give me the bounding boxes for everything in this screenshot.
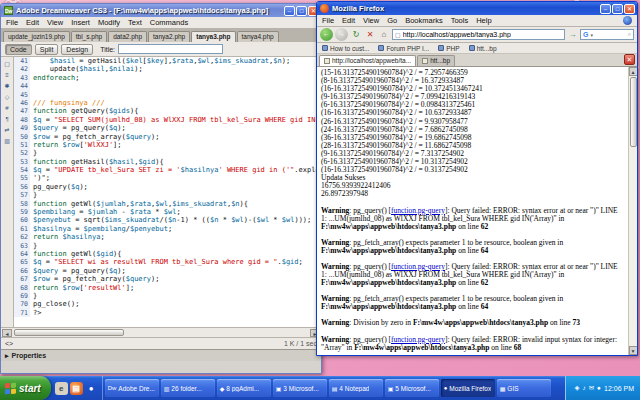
scroll-left-arrow-icon[interactable]: ◄ — [2, 329, 12, 337]
go-button[interactable]: → — [567, 30, 578, 39]
stop-button[interactable]: ✕ — [364, 29, 376, 41]
url-text[interactable]: http://localhost/appweb/tanya3.php — [403, 31, 511, 38]
back-button[interactable]: ← — [320, 28, 333, 41]
dreamweaver-menu-item[interactable]: Text — [128, 18, 142, 27]
bookmark-item[interactable]: htt...bp — [469, 45, 497, 52]
browser-tab[interactable]: http://localhost/appweb/ta... — [319, 55, 416, 66]
coding-toolbar-icon[interactable]: ≡ — [2, 71, 12, 79]
coding-toolbar-icon[interactable]: ¶ — [2, 115, 12, 123]
document-tab[interactable]: tbl_s.php — [71, 31, 107, 42]
search-engine-dropdown-icon[interactable]: ▾ — [590, 32, 593, 38]
scroll-up-arrow-icon[interactable]: ▲ — [629, 67, 638, 76]
close-tab-button[interactable]: ✕ — [624, 54, 635, 65]
clock[interactable]: 12:06 PM — [604, 385, 634, 392]
taskbar-button[interactable]: ▦ GIS — [497, 379, 551, 397]
firefox-menu-item[interactable]: Help — [476, 16, 491, 25]
code-line: 68return $row['resultWl']; — [14, 284, 321, 292]
split-view-button[interactable]: Split — [35, 44, 59, 55]
dreamweaver-menu-item[interactable]: Modify — [98, 18, 120, 27]
code-line: 42 update($hasil,$nilai); — [14, 65, 321, 73]
tab-label: htt...bp — [430, 57, 450, 64]
browser-tab[interactable]: htt...bp — [417, 55, 455, 66]
scrollbar-thumb[interactable] — [14, 329, 124, 336]
code-lines[interactable]: 41 $hasil = getHasil($kel[$key],$rata,$w… — [14, 57, 321, 327]
search-engine-icon[interactable]: G — [583, 31, 588, 38]
vertical-scrollbar[interactable]: ▲ ▼ — [628, 67, 637, 355]
dreamweaver-menu-item[interactable]: Commands — [150, 18, 188, 27]
code-horizontal-scrollbar[interactable]: ◄ ► — [1, 327, 321, 337]
minimize-button[interactable]: – — [284, 6, 295, 16]
reload-button[interactable]: ↻ — [350, 29, 362, 41]
firefox-menu-item[interactable]: Tools — [451, 16, 469, 25]
dreamweaver-menu-item[interactable]: Edit — [26, 18, 39, 27]
taskbar-button[interactable]: ▤ 4 Notepad — [329, 379, 383, 397]
document-title-input[interactable] — [118, 44, 223, 54]
coding-toolbar-icon[interactable]: # — [2, 104, 12, 112]
taskbar-button[interactable]: ▣ 5 Microsof... — [385, 379, 439, 397]
properties-panel-header[interactable]: ▸ Properties — [1, 349, 321, 361]
maximize-button[interactable]: □ — [612, 4, 623, 14]
coding-toolbar-icon[interactable]: ▢ — [2, 60, 12, 68]
tray-icon[interactable]: ✉ — [589, 384, 594, 392]
tag-selector[interactable]: <> — [5, 340, 13, 347]
document-tab[interactable]: update_jozin19.php — [3, 31, 70, 42]
firefox-menu-item[interactable]: View — [363, 16, 379, 25]
document-tab[interactable]: tanya2.php — [148, 31, 190, 42]
home-button[interactable]: ⌂ — [378, 29, 390, 41]
minimize-button[interactable]: – — [600, 4, 611, 14]
document-tab[interactable]: data2.php — [108, 31, 147, 42]
properties-panel-body — [1, 361, 321, 373]
firefox-menu-item[interactable]: Bookmarks — [405, 16, 443, 25]
tray-icon[interactable]: ◈ — [574, 384, 579, 392]
firefox-menu-item[interactable]: Edit — [342, 16, 355, 25]
address-bar[interactable]: ▢ http://localhost/appweb/tanya3.php — [392, 29, 565, 40]
coding-toolbar-icon[interactable]: ⇄ — [2, 126, 12, 134]
bookmark-item[interactable]: PHP — [438, 45, 459, 52]
dreamweaver-titlebar[interactable]: Dw Adobe Dreamweaver CS3 - [F:\mw4w\apps… — [1, 4, 321, 17]
firefox-menu-item[interactable]: Go — [387, 16, 397, 25]
search-input[interactable]: G ▾ ⌕ — [580, 29, 634, 40]
taskbar-button[interactable]: ▥ 26 folder... — [161, 379, 215, 397]
design-view-button[interactable]: Design — [61, 44, 93, 55]
code-line: 47function getQuery($gids){ — [14, 107, 321, 115]
quick-launch-icon[interactable]: ● — [85, 382, 98, 395]
taskbar-button[interactable]: ▣ 3 Microsof... — [273, 379, 327, 397]
bookmark-item[interactable]: Forum PHP I... — [378, 45, 429, 52]
scroll-down-arrow-icon[interactable]: ▼ — [629, 346, 638, 355]
firefox-menu-item[interactable]: File — [322, 16, 334, 25]
document-tab[interactable]: tanya3.php — [191, 31, 235, 42]
code-view-button[interactable]: Code — [5, 44, 32, 55]
code-line: 49$query = pg_query($q); — [14, 124, 321, 132]
quick-launch-icon[interactable]: e — [55, 382, 68, 395]
dreamweaver-menu-item[interactable]: Insert — [71, 18, 90, 27]
taskbar-button-label: 3 Microsof... — [283, 385, 318, 392]
dreamweaver-menu-item[interactable]: View — [47, 18, 63, 27]
forward-button[interactable]: → — [335, 28, 348, 41]
tray-icon[interactable]: ♪ — [582, 384, 585, 392]
dreamweaver-menu-item[interactable]: File — [6, 18, 18, 27]
coding-toolbar-icon[interactable]: ✱ — [2, 82, 12, 90]
coding-toolbar-icon[interactable]: ▥ — [2, 137, 12, 145]
bookmark-item[interactable]: How to cust... — [322, 45, 369, 52]
warning-text: Warning — [321, 318, 349, 327]
firefox-titlebar[interactable]: Mozilla Firefox – □ ✕ — [317, 2, 637, 15]
taskbar-button-label: 8 pgAdmi... — [226, 385, 259, 392]
taskbar-button[interactable]: ● Mozilla Firefox — [441, 379, 495, 397]
taskbar-button-icon: ▥ — [164, 385, 170, 392]
tray-icon[interactable]: ● — [597, 384, 601, 392]
start-button[interactable]: start — [0, 376, 51, 400]
taskbar-button-icon: ▤ — [332, 385, 338, 392]
close-button[interactable]: ✕ — [624, 4, 635, 14]
scrollbar-thumb[interactable] — [630, 77, 637, 147]
maximize-button[interactable]: □ — [296, 6, 307, 16]
coding-toolbar-icon[interactable]: ◇ — [2, 93, 12, 101]
taskbar-button[interactable]: Dw Adobe Dre... — [105, 379, 159, 397]
document-tab[interactable]: tanya4.php — [237, 31, 279, 42]
task-buttons: Dw Adobe Dre... ▥ 26 folder... ◆ 8 pgAdm… — [103, 376, 566, 400]
taskbar-button[interactable]: ◆ 8 pgAdmi... — [217, 379, 271, 397]
warning-text: on line — [456, 278, 480, 287]
dreamweaver-view-toolbar: Code Split Design Title: — [1, 42, 321, 57]
quick-launch-icon[interactable]: ▤ — [70, 382, 83, 395]
code-line: 48$q = "SELECT SUM(jumlhd_08) as WlXXJ F… — [14, 116, 321, 124]
search-magnifier-icon[interactable]: ⌕ — [628, 31, 631, 38]
